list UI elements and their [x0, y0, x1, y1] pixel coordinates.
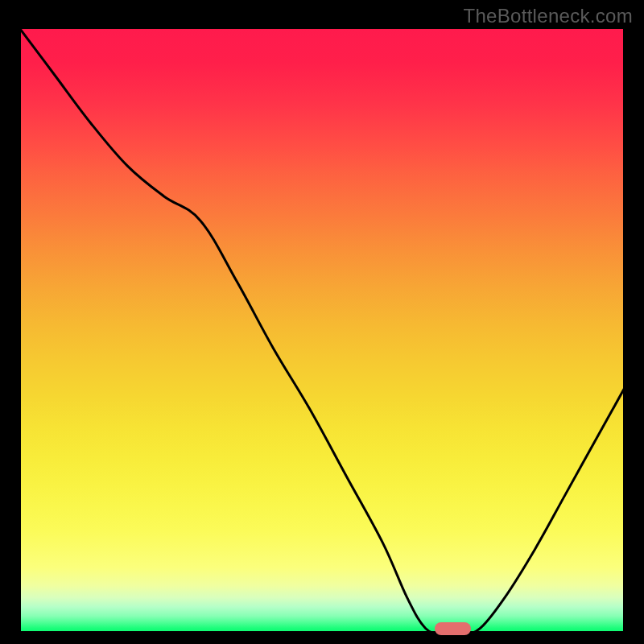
chart-container: TheBottleneck.com	[0, 0, 644, 644]
plot-border	[19, 27, 625, 634]
watermark-text: TheBottleneck.com	[463, 5, 633, 27]
plot-frame-svg	[18, 26, 626, 634]
valley-marker	[435, 622, 471, 635]
bottleneck-curve-line	[18, 26, 626, 634]
